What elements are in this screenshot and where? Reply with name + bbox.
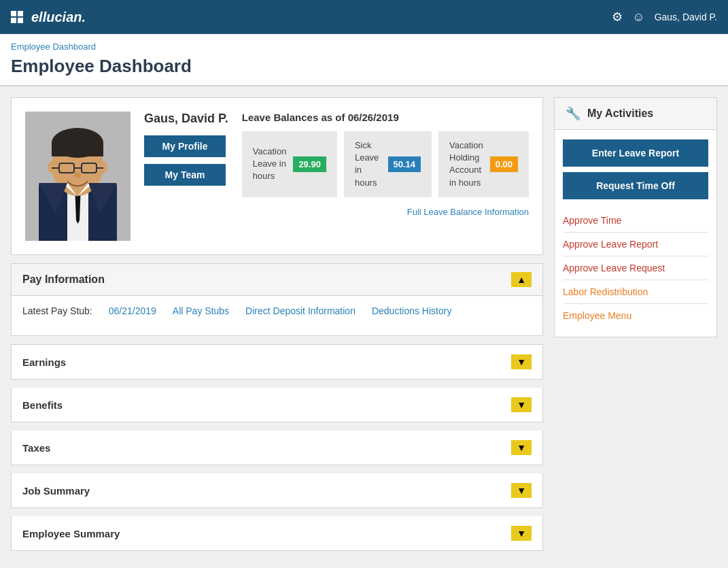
leave-item-holding: Vacation Holding Account in hours 0.00 xyxy=(438,131,529,197)
earnings-section: Earnings ▼ xyxy=(11,344,543,380)
activities-panel: 🔧 My Activities Enter Leave Report Reque… xyxy=(554,97,717,337)
username-label: Gaus, David P. xyxy=(655,12,717,22)
full-leave-link[interactable]: Full Leave Balance Information xyxy=(242,207,529,217)
activities-links-list: Approve Time Approve Leave Report Approv… xyxy=(563,209,708,327)
page-title: Employee Dashboard xyxy=(11,52,717,85)
leave-sick-label: Sick Leave in hours xyxy=(355,139,381,189)
labor-redistribution-link[interactable]: Labor Redistribution xyxy=(563,280,708,304)
leave-holding-value: 0.00 xyxy=(490,156,518,172)
leave-item-sick: Sick Leave in hours 50.14 xyxy=(344,131,432,197)
approve-leave-report-link[interactable]: Approve Leave Report xyxy=(563,233,708,256)
latest-paystub-date[interactable]: 06/21/2019 xyxy=(109,305,156,316)
pay-stub-row: Latest Pay Stub: 06/21/2019 All Pay Stub… xyxy=(22,305,532,316)
nav-left: ellucian. xyxy=(11,10,86,25)
nav-right: ⚙ ☺ Gaus, David P. xyxy=(612,10,717,24)
profile-info: Gaus, David P. My Profile My Team xyxy=(144,112,228,193)
profile-avatar-svg xyxy=(25,112,131,241)
grid-icon[interactable] xyxy=(11,11,23,23)
left-column: Gaus, David P. My Profile My Team Leave … xyxy=(11,97,543,551)
approve-leave-request-link[interactable]: Approve Leave Request xyxy=(563,256,708,280)
leave-item-vacation: Vacation Leave in hours 29.90 xyxy=(242,131,337,197)
activities-header: 🔧 My Activities xyxy=(555,98,716,130)
user-icon[interactable]: ☺ xyxy=(632,10,644,24)
taxes-title: Taxes xyxy=(22,442,50,454)
svg-rect-6 xyxy=(52,143,103,156)
profile-card: Gaus, David P. My Profile My Team Leave … xyxy=(11,97,543,255)
settings-icon[interactable]: ⚙ xyxy=(612,10,623,24)
leave-sick-value: 50.14 xyxy=(388,156,421,172)
my-team-button[interactable]: My Team xyxy=(144,164,226,186)
pay-info-body: Latest Pay Stub: 06/21/2019 All Pay Stub… xyxy=(12,296,542,335)
profile-name: Gaus, David P. xyxy=(144,112,228,126)
earnings-title: Earnings xyxy=(22,356,66,368)
direct-deposit-link[interactable]: Direct Deposit Information xyxy=(245,305,356,316)
employee-menu-link[interactable]: Employee Menu xyxy=(563,304,708,327)
main-content: Gaus, David P. My Profile My Team Leave … xyxy=(0,86,728,562)
leave-vacation-value: 29.90 xyxy=(293,156,326,172)
job-summary-title: Job Summary xyxy=(22,485,90,497)
taxes-toggle-button[interactable]: ▼ xyxy=(511,440,532,455)
leave-balances: Vacation Leave in hours 29.90 Sick Leave… xyxy=(242,131,529,197)
earnings-toggle-button[interactable]: ▼ xyxy=(511,354,532,369)
right-column: 🔧 My Activities Enter Leave Report Reque… xyxy=(554,97,717,337)
employee-summary-section: Employee Summary ▼ xyxy=(11,516,543,551)
all-paystubs-link[interactable]: All Pay Stubs xyxy=(173,305,229,316)
benefits-toggle-button[interactable]: ▼ xyxy=(511,397,532,412)
job-summary-section: Job Summary ▼ xyxy=(11,473,543,508)
pay-info-header: Pay Information ▲ xyxy=(12,264,542,296)
deductions-history-link[interactable]: Deductions History xyxy=(372,305,452,316)
my-profile-button[interactable]: My Profile xyxy=(144,135,226,157)
approve-time-link[interactable]: Approve Time xyxy=(563,209,708,233)
wrench-icon: 🔧 xyxy=(566,106,580,121)
employee-summary-toggle-button[interactable]: ▼ xyxy=(511,526,532,541)
breadcrumb[interactable]: Employee Dashboard xyxy=(11,41,96,52)
pay-info-title: Pay Information xyxy=(22,273,105,286)
benefits-title: Benefits xyxy=(22,399,63,411)
taxes-section: Taxes ▼ xyxy=(11,431,543,465)
job-summary-toggle-button[interactable]: ▼ xyxy=(511,483,532,498)
leave-holding-label: Vacation Holding Account in hours xyxy=(449,139,483,189)
activities-body: Enter Leave Report Request Time Off Appr… xyxy=(555,130,716,337)
profile-photo xyxy=(25,112,131,241)
svg-point-14 xyxy=(74,172,81,178)
request-time-off-button[interactable]: Request Time Off xyxy=(563,172,708,199)
pay-info-toggle-button[interactable]: ▲ xyxy=(511,272,532,287)
leave-section: Leave Balances as of 06/26/2019 Vacation… xyxy=(242,112,529,217)
enter-leave-report-button[interactable]: Enter Leave Report xyxy=(563,139,708,167)
pay-information-panel: Pay Information ▲ Latest Pay Stub: 06/21… xyxy=(11,263,543,336)
leave-vacation-label: Vacation Leave in hours xyxy=(253,146,287,183)
logo: ellucian. xyxy=(31,10,86,25)
top-navigation: ellucian. ⚙ ☺ Gaus, David P. xyxy=(0,0,728,34)
activities-title: My Activities xyxy=(587,107,653,120)
employee-summary-title: Employee Summary xyxy=(22,528,120,539)
latest-paystub-label: Latest Pay Stub: xyxy=(22,305,92,316)
benefits-section: Benefits ▼ xyxy=(11,388,543,422)
leave-title: Leave Balances as of 06/26/2019 xyxy=(242,112,529,123)
page-header: Employee Dashboard Employee Dashboard xyxy=(0,34,728,86)
